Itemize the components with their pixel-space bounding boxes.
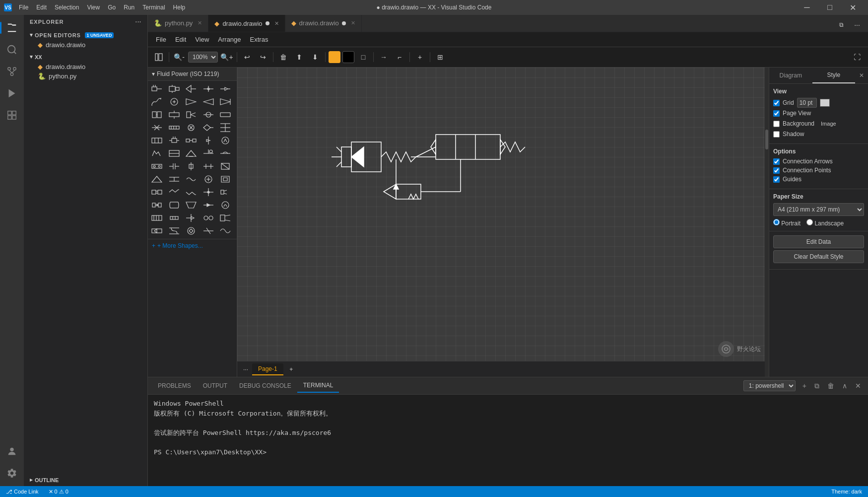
shape-24[interactable] xyxy=(201,135,215,146)
shape-28[interactable] xyxy=(184,147,198,159)
shape-46[interactable] xyxy=(150,199,164,211)
drawio-menu-arrange[interactable]: Arrange xyxy=(214,34,245,45)
activity-source-control[interactable] xyxy=(3,63,21,80)
shape-3[interactable] xyxy=(184,83,198,95)
canvas-area[interactable]: 野火论坛 xyxy=(237,68,765,361)
zoom-select[interactable]: 100% 75% 150% xyxy=(188,52,218,63)
menu-view[interactable]: View xyxy=(84,3,103,12)
shape-21[interactable] xyxy=(150,135,164,146)
sidebar-file-python[interactable]: 🐍 python.py xyxy=(24,71,147,81)
activity-settings[interactable] xyxy=(3,464,21,482)
edit-data-button[interactable]: Edit Data xyxy=(773,235,864,248)
shape-60[interactable] xyxy=(218,225,232,237)
shape-29[interactable] xyxy=(201,147,215,159)
tab-python[interactable]: 🐍 python.py ✕ xyxy=(148,15,208,32)
menu-run[interactable]: Run xyxy=(121,3,137,12)
shape-22[interactable] xyxy=(167,135,181,146)
shape-4[interactable] xyxy=(201,83,215,95)
shape-44[interactable] xyxy=(201,186,215,198)
tab-drawio-active[interactable]: ◆ drawio.drawio ✕ xyxy=(208,15,285,32)
delete-terminal-button[interactable]: 🗑 xyxy=(824,380,837,391)
portrait-radio[interactable] xyxy=(773,219,780,225)
close-terminal-button[interactable]: ✕ xyxy=(852,380,864,391)
to-back-button[interactable]: ⬇ xyxy=(308,50,322,64)
close-button[interactable]: ✕ xyxy=(841,0,864,15)
vscroll-thumb[interactable] xyxy=(765,130,768,149)
shape-38[interactable] xyxy=(184,173,198,185)
drawio-menu-view[interactable]: View xyxy=(191,34,213,45)
shape-56[interactable] xyxy=(150,225,164,237)
zoom-in-button[interactable]: 🔍+ xyxy=(220,50,234,64)
minimize-button[interactable]: ─ xyxy=(796,0,818,15)
shape-6[interactable] xyxy=(150,96,164,108)
terminal-tab-output[interactable]: OUTPUT xyxy=(197,379,233,392)
format-panel-button[interactable] xyxy=(152,50,166,64)
shape-20[interactable] xyxy=(218,122,232,134)
shape-45[interactable] xyxy=(218,186,232,198)
menu-go[interactable]: Go xyxy=(105,3,119,12)
tab-drawio-second[interactable]: ◆ drawio.drawio ✕ xyxy=(285,15,362,32)
tab-close-drawio[interactable]: ✕ xyxy=(274,20,279,27)
shape-1[interactable] xyxy=(150,83,164,95)
shape-53[interactable] xyxy=(184,212,198,224)
activity-search[interactable] xyxy=(3,41,21,59)
grid-color-box[interactable] xyxy=(820,99,830,107)
shape-48[interactable] xyxy=(184,199,198,211)
maximize-button[interactable]: □ xyxy=(818,0,841,15)
shape-23[interactable] xyxy=(184,135,198,146)
menu-edit[interactable]: Edit xyxy=(33,3,50,12)
terminal-instance-select[interactable]: 1: powershell xyxy=(743,380,796,391)
shape-32[interactable] xyxy=(167,160,181,172)
menu-selection[interactable]: Selection xyxy=(52,3,82,12)
paper-size-select[interactable]: A4 (210 mm x 297 mm) xyxy=(773,203,864,216)
tab-close-drawio2[interactable]: ✕ xyxy=(351,20,355,26)
page-view-checkbox[interactable] xyxy=(773,110,780,117)
shape-51[interactable] xyxy=(150,212,164,224)
background-checkbox[interactable] xyxy=(773,121,780,127)
shape-7[interactable] xyxy=(167,96,181,108)
shape-16[interactable] xyxy=(150,122,164,134)
shape-8[interactable] xyxy=(184,96,198,108)
activity-account[interactable] xyxy=(3,442,21,460)
grid-size-input[interactable] xyxy=(797,98,817,108)
shape-26[interactable] xyxy=(150,147,164,159)
shape-55[interactable] xyxy=(218,212,232,224)
vertical-scrollbar[interactable] xyxy=(765,68,769,377)
menu-terminal[interactable]: Terminal xyxy=(139,3,168,12)
delete-button[interactable]: 🗑 xyxy=(276,50,290,64)
shape-13[interactable] xyxy=(184,109,198,121)
shape-25[interactable] xyxy=(218,135,232,146)
shape-33[interactable] xyxy=(184,160,198,172)
activity-explorer[interactable] xyxy=(3,19,21,37)
sidebar-more-icon[interactable]: ··· xyxy=(135,19,141,25)
shape-9[interactable] xyxy=(201,96,215,108)
connection-type-button[interactable]: → xyxy=(377,50,391,64)
panel-close-button[interactable]: ✕ xyxy=(855,70,868,81)
fill-color-button[interactable] xyxy=(329,51,340,63)
landscape-radio[interactable] xyxy=(806,219,813,225)
panel-tab-style[interactable]: Style xyxy=(812,68,856,83)
waypoint-button[interactable]: ⌐ xyxy=(393,50,406,64)
menu-help[interactable]: Help xyxy=(170,3,189,12)
menu-file[interactable]: File xyxy=(16,3,31,12)
shape-34[interactable] xyxy=(201,160,215,172)
outline-header[interactable]: ▸ OUTLINE xyxy=(24,475,147,485)
panel-tab-diagram[interactable]: Diagram xyxy=(769,68,812,83)
page-tab-menu[interactable]: ··· xyxy=(241,364,250,375)
more-actions-button[interactable]: ··· xyxy=(850,18,864,32)
drawio-menu-file[interactable]: File xyxy=(152,34,170,45)
shape-42[interactable] xyxy=(167,186,181,198)
shape-52[interactable] xyxy=(167,212,181,224)
insert-button[interactable]: + xyxy=(413,50,427,64)
redo-button[interactable]: ↪ xyxy=(256,50,270,64)
drawio-menu-edit[interactable]: Edit xyxy=(171,34,190,45)
undo-button[interactable]: ↩ xyxy=(240,50,254,64)
shape-11[interactable] xyxy=(150,109,164,121)
shape-36[interactable] xyxy=(150,173,164,185)
shape-40[interactable] xyxy=(218,173,232,185)
shape-2[interactable] xyxy=(167,83,181,95)
shape-15[interactable] xyxy=(218,109,232,121)
shape-59[interactable] xyxy=(201,225,215,237)
shape-5[interactable] xyxy=(218,83,232,95)
terminal-tab-terminal[interactable]: TERMINAL xyxy=(297,379,339,393)
